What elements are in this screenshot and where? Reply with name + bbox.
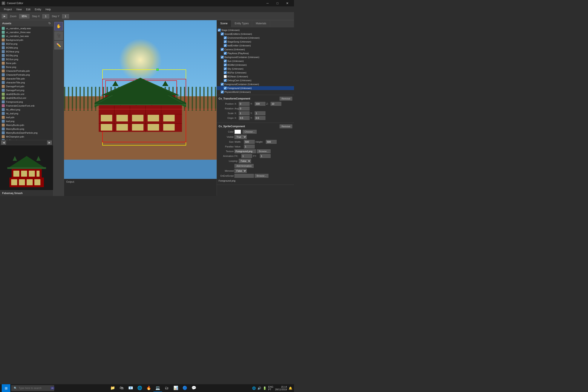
width-input[interactable] bbox=[244, 140, 255, 144]
tree-item-sky[interactable]: Sky (Unknown) bbox=[217, 67, 294, 71]
menu-help[interactable]: Help bbox=[44, 7, 53, 12]
asset-item[interactable]: leaf.png bbox=[0, 119, 53, 123]
asset-item[interactable]: FramerateCounterFont.xnb bbox=[0, 104, 53, 108]
tree-check-stageSong[interactable] bbox=[224, 40, 227, 43]
asset-item[interactable]: BGMid.png bbox=[0, 46, 53, 50]
tree-item-bgFar[interactable]: BGFar (Unknown) bbox=[217, 71, 294, 74]
assets-refresh-button[interactable]: ↻ bbox=[48, 22, 51, 25]
position-z-input[interactable] bbox=[270, 102, 281, 106]
origin-y-input[interactable] bbox=[255, 116, 266, 120]
tree-check-sun[interactable] bbox=[224, 60, 227, 62]
camera-tool[interactable]: 🎥 bbox=[54, 32, 63, 40]
tab-materials[interactable]: Materials bbox=[252, 20, 270, 27]
sidebar-nav-prev[interactable]: ◀ bbox=[1, 140, 6, 145]
tree-check-foreground[interactable] bbox=[224, 86, 227, 90]
play-button[interactable]: ▶ bbox=[2, 14, 7, 18]
tab-entity-types[interactable]: Entity Types bbox=[231, 20, 252, 27]
tree-item-physicsWorld[interactable]: PhysicsWorld (Unknown) bbox=[217, 90, 294, 94]
tree-item-leafEmitter[interactable]: leafEmitter (Unknown) bbox=[217, 44, 294, 48]
asset-item[interactable]: DamageFont.pdn bbox=[0, 84, 53, 88]
stepy-input[interactable] bbox=[62, 14, 69, 18]
tree-item-bgMid[interactable]: BGMid (Unknown) bbox=[217, 63, 294, 67]
parallax-input[interactable] bbox=[244, 145, 255, 148]
tree-check-debugCam[interactable] bbox=[224, 79, 227, 82]
tree-item-stageSong[interactable]: StageSong (Unknown) bbox=[217, 40, 294, 44]
tree-item-stage[interactable]: Stage (Unknown) bbox=[217, 28, 294, 32]
asset-item[interactable]: vc_narration_ready.wav bbox=[0, 26, 53, 30]
asset-item[interactable]: leaf.pdn bbox=[0, 116, 53, 119]
tree-check-physicsWorld[interactable] bbox=[221, 90, 224, 94]
scale-x-input[interactable] bbox=[239, 111, 250, 115]
texture-input[interactable] bbox=[234, 149, 256, 153]
tree-check-bgNear[interactable] bbox=[224, 75, 227, 78]
asset-item[interactable]: MannyBucksDashParticle.png bbox=[0, 131, 53, 135]
menu-view[interactable]: View bbox=[14, 7, 24, 12]
add-animation-button[interactable]: Add Animation bbox=[234, 164, 254, 168]
tree-item-bgContainer[interactable]: BackgroundContainer (Unknown) bbox=[217, 55, 294, 59]
asset-item[interactable]: Bone.png bbox=[0, 65, 53, 69]
tree-check-playArea[interactable] bbox=[224, 52, 227, 55]
minimize-button[interactable]: ─ bbox=[262, 0, 272, 6]
tree-item-debugCam[interactable]: DebugCam (Unknown) bbox=[217, 78, 294, 82]
asset-item[interactable]: characterTitle.png bbox=[0, 80, 53, 84]
asset-item[interactable]: BGSky.png bbox=[0, 54, 53, 58]
tree-check-leafEmitter[interactable] bbox=[224, 44, 227, 47]
asset-item[interactable]: MrChampion.pdn bbox=[0, 135, 53, 138]
position-y-input[interactable] bbox=[255, 102, 266, 106]
looping-select[interactable]: False True bbox=[239, 159, 251, 163]
asset-item[interactable]: deathEffectIn.xml bbox=[0, 92, 53, 96]
asset-item[interactable]: BGSun.png bbox=[0, 58, 53, 61]
tree-check-soundEmitters[interactable] bbox=[221, 32, 224, 36]
position-x-input[interactable] bbox=[239, 102, 250, 106]
asset-item[interactable]: DamageFont.png bbox=[0, 88, 53, 92]
asset-item[interactable]: hit_effect.png bbox=[0, 108, 53, 112]
menu-entity[interactable]: Entity bbox=[33, 7, 44, 12]
asset-item[interactable]: MannyBucks.pdn bbox=[0, 123, 53, 127]
visible-select[interactable]: True False bbox=[234, 135, 247, 139]
tree-check-bgFar[interactable] bbox=[224, 71, 227, 74]
asset-item[interactable]: BGFar.png bbox=[0, 42, 53, 46]
angle-input[interactable] bbox=[239, 106, 250, 110]
tree-check-stage[interactable] bbox=[218, 28, 221, 32]
pointer-tool[interactable]: ✋ bbox=[54, 22, 63, 30]
tree-check-camera[interactable] bbox=[221, 48, 224, 51]
tree-item-fgContainer[interactable]: ForegroundContainer (Unknown) bbox=[217, 82, 294, 86]
fy-input[interactable] bbox=[260, 154, 270, 158]
tree-item-foreground[interactable]: Foreground (Unknown) bbox=[217, 86, 294, 90]
tab-scene[interactable]: Scene bbox=[217, 20, 231, 27]
tree-check-sky[interactable] bbox=[224, 67, 227, 70]
close-button[interactable]: ✕ bbox=[282, 0, 292, 6]
tree-check-bgContainer[interactable] bbox=[221, 56, 224, 59]
edit-tool[interactable]: ✏️ bbox=[54, 41, 63, 50]
asset-item[interactable]: hit_trail.png bbox=[0, 112, 53, 116]
tree-item-camera[interactable]: Camera (Unknown) bbox=[217, 48, 294, 51]
asset-item[interactable]: BGNear.png bbox=[0, 50, 53, 54]
onendscript-browse-button[interactable]: Browse... bbox=[255, 174, 268, 178]
asset-item[interactable]: Bone.pdn bbox=[0, 61, 53, 65]
origin-x-input[interactable] bbox=[239, 116, 250, 120]
asset-item[interactable]: CharacterPortraits.png bbox=[0, 73, 53, 77]
tree-item-playArea[interactable]: PlayArea (PlayArea) bbox=[217, 51, 294, 55]
scale-y-input[interactable] bbox=[255, 111, 266, 115]
mirrored-select[interactable]: False True bbox=[234, 169, 247, 173]
asset-item[interactable]: vc_narration_three.wav bbox=[0, 30, 53, 34]
tree-item-bgNear[interactable]: BGNear (Unknown) bbox=[217, 74, 294, 78]
asset-item[interactable]: characterTitle.pdn bbox=[0, 77, 53, 80]
asset-item[interactable]: vc_narration_two.wav bbox=[0, 34, 53, 38]
stepx-input[interactable] bbox=[42, 14, 49, 18]
transform-remove-button[interactable]: Remove bbox=[280, 97, 292, 100]
color-choose-button[interactable]: Choose... bbox=[243, 130, 256, 134]
menu-edit[interactable]: Edit bbox=[24, 7, 33, 12]
sprite-remove-button[interactable]: Remove bbox=[280, 124, 292, 128]
height-input[interactable] bbox=[266, 140, 276, 144]
canvas-area[interactable] bbox=[64, 20, 217, 179]
tree-check-envSound[interactable] bbox=[224, 36, 227, 39]
asset-item[interactable]: Foreground.png bbox=[0, 100, 53, 104]
tree-item-sun[interactable]: Sun (Unknown) bbox=[217, 59, 294, 63]
menu-project[interactable]: Project bbox=[2, 7, 14, 12]
texture-browse-button[interactable]: Browse... bbox=[257, 149, 270, 153]
tree-item-soundEmitters[interactable]: SoundEmitters (Unknown) bbox=[217, 32, 294, 36]
asset-item[interactable]: Background.pdn bbox=[0, 38, 53, 42]
fx-input[interactable] bbox=[241, 154, 252, 158]
pagoda-sprite[interactable] bbox=[94, 52, 186, 147]
